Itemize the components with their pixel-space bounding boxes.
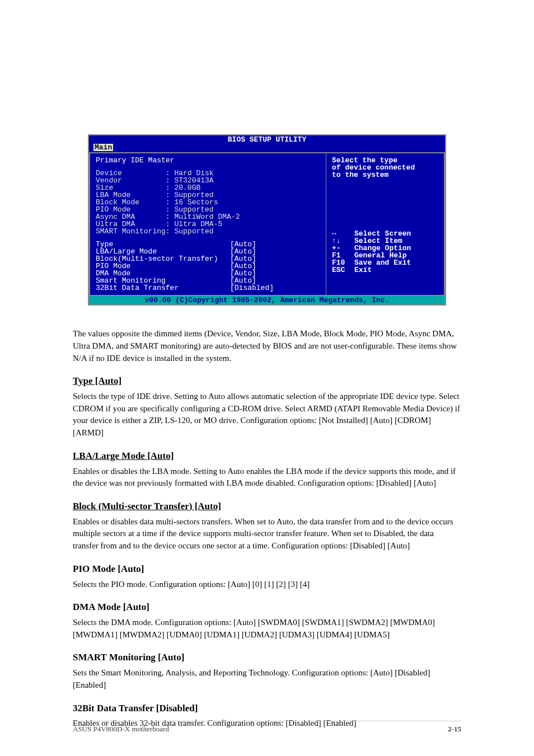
nav-save-exit: F10Save and Exit [332,259,438,266]
info-smart: SMART Monitoring: Supported [96,228,320,235]
para-dma: Selects the DMA mode. Configuration opti… [73,617,461,641]
heading-dma: DMA Mode [Auto] [73,600,461,614]
bios-help-pane: Select the type of device connected to t… [326,153,444,295]
lead-paragraph: The values opposite the dimmed items (De… [73,328,461,364]
page-footer: ASUS P4V800D-X motherboard 2-15 [73,721,461,734]
opt-32bit[interactable]: 32Bit Data Transfer[Disabled] [96,284,320,292]
heading-32bit: 32Bit Data Transfer [Disabled] [73,702,461,716]
heading-type: Type [Auto] [73,374,461,388]
bios-copyright: v00.00 (C)Copyright 1985-2002, American … [89,296,445,304]
bios-left-pane: Primary IDE Master Device : Hard Disk Ve… [90,153,326,295]
para-lba: Enables or disables the LBA mode. Settin… [73,466,461,490]
para-pio: Selects the PIO mode. Configuration opti… [73,579,461,591]
footer-left: ASUS P4V800D-X motherboard [73,725,169,734]
para-type: Selects the type of IDE drive. Setting t… [73,391,461,439]
tab-main[interactable]: Main [93,144,113,151]
bios-title: BIOS SETUP UTILITY [89,135,445,144]
help-text: Select the type of device connected to t… [332,157,438,179]
para-smart: Sets the Smart Monitoring, Analysis, and… [73,667,461,692]
para-block: Enables or disables data multi-sectors t… [73,516,461,552]
pane-title: Primary IDE Master [96,157,320,164]
bios-screenshot: BIOS SETUP UTILITY Main Primary IDE Mast… [88,134,446,306]
footer-page-number: 2-15 [448,725,461,734]
bios-tabs: Main [89,144,445,152]
nav-exit: ESCExit [332,266,438,274]
heading-lba: LBA/Large Mode [Auto] [73,449,461,463]
heading-pio: PIO Mode [Auto] [73,562,461,576]
heading-block: Block (Multi-sector Transfer) [Auto] [73,500,461,514]
heading-smart: SMART Monitoring [Auto] [73,651,461,665]
